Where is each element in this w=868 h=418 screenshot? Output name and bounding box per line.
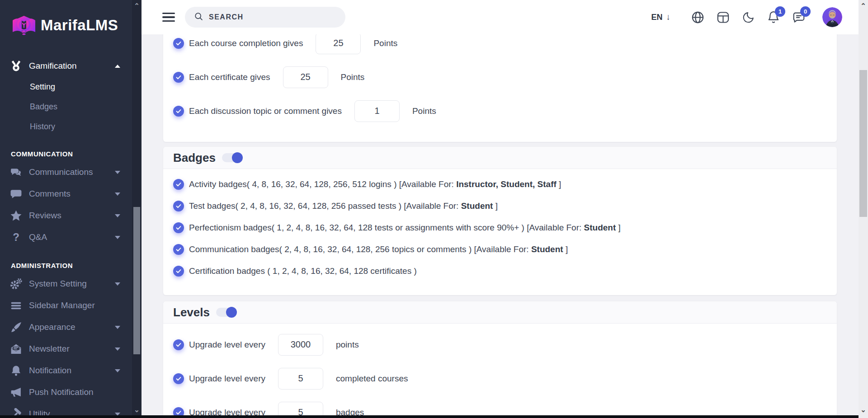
- sidebar-subitem-history[interactable]: History: [0, 117, 132, 136]
- sidebar-item-reviews[interactable]: Reviews: [0, 205, 132, 226]
- chevron-up-icon: [115, 65, 120, 68]
- sidebar-section-communication: COMMUNICATION: [0, 150, 132, 158]
- badge-row: Perfectionism badges( 1, 2, 4, 8, 16, 32…: [163, 217, 837, 239]
- gears-icon: [10, 278, 22, 290]
- sidebar-item-label: System Setting: [29, 279, 87, 289]
- search-input[interactable]: [209, 13, 336, 21]
- badges-toggle[interactable]: [222, 153, 242, 162]
- badges-title: Badges: [173, 151, 216, 165]
- sidebar: MarifaLMS Gamification Setting Badges Hi…: [0, 0, 132, 418]
- checkbox-checked-icon[interactable]: [173, 373, 184, 384]
- sidebar-item-comments[interactable]: Comments: [0, 183, 132, 205]
- brand-logo[interactable]: MarifaLMS: [0, 0, 132, 51]
- points-unit: Points: [341, 72, 365, 82]
- checkbox-checked-icon[interactable]: [173, 179, 184, 190]
- sidebar-item-gamification[interactable]: Gamification: [0, 55, 132, 77]
- sidebar-item-sidebar-manager[interactable]: Sidebar Manager: [0, 295, 132, 316]
- badges-card: Badges Activity badges( 4, 8, 16, 32, 64…: [163, 147, 837, 295]
- sidebar-subitem-badges[interactable]: Badges: [0, 97, 132, 117]
- main-content: Each course completion gives Points Each…: [142, 34, 859, 418]
- badge-row: Certification badges ( 1, 2, 4, 8, 16, 3…: [163, 260, 837, 282]
- checkbox-checked-icon[interactable]: [173, 266, 184, 277]
- sidebar-item-communications[interactable]: Communications: [0, 161, 132, 183]
- layout-icon: [716, 10, 730, 24]
- menu-icon[interactable]: [162, 10, 175, 24]
- badges-card-header: Badges: [163, 147, 837, 169]
- messages-button[interactable]: 0: [792, 10, 806, 24]
- level-unit: completed courses: [336, 374, 408, 384]
- main-scrollbar[interactable]: ⌃ ⌄: [859, 0, 868, 418]
- toggle-knob: [232, 152, 243, 163]
- sidebar-subitem-label: History: [30, 122, 55, 132]
- chevron-down-icon: [115, 236, 120, 239]
- scroll-up-icon[interactable]: ⌃: [859, 1, 868, 10]
- app-window: MarifaLMS Gamification Setting Badges Hi…: [0, 0, 868, 418]
- brand-logo-icon: [12, 12, 36, 39]
- checkbox-checked-icon[interactable]: [173, 38, 184, 49]
- level-value-input[interactable]: [278, 368, 323, 390]
- sidebar-section-administration: ADMINISTRATION: [0, 262, 132, 269]
- sidebar-item-notification[interactable]: Notification: [0, 360, 132, 381]
- points-row: Each certificate gives Points: [163, 60, 837, 94]
- layout-button[interactable]: [716, 10, 730, 24]
- globe-icon: [691, 10, 705, 24]
- levels-toggle[interactable]: [216, 308, 236, 317]
- language-label: EN: [651, 13, 662, 22]
- notifications-button[interactable]: 1: [766, 10, 781, 24]
- topbar: EN ↓: [142, 0, 859, 34]
- window-bottom-edge: [0, 415, 859, 418]
- bell-icon: [10, 365, 22, 377]
- avatar[interactable]: [822, 7, 842, 27]
- main-scrollbar-thumb[interactable]: [859, 70, 867, 217]
- level-value-input[interactable]: [278, 334, 323, 356]
- points-row-label: Each discussion topic or comment gives: [189, 106, 342, 116]
- level-row-label: Upgrade level every: [189, 374, 265, 384]
- globe-button[interactable]: [690, 10, 705, 24]
- chevron-down-icon: [115, 326, 120, 329]
- sidebar-item-label: Push Notification: [29, 387, 94, 397]
- chat-double-icon: [10, 166, 22, 178]
- checkbox-checked-icon[interactable]: [173, 339, 184, 350]
- levels-card-header: Levels: [163, 301, 837, 324]
- search-bar[interactable]: [185, 7, 345, 28]
- sidebar-item-appearance[interactable]: Appearance: [0, 316, 132, 338]
- sidebar-item-newsletter[interactable]: Newsletter: [0, 338, 132, 360]
- scroll-up-icon[interactable]: ⌃: [132, 1, 142, 10]
- badge-row: Activity badges( 4, 8, 16, 32, 64, 128, …: [163, 174, 837, 195]
- checkbox-checked-icon[interactable]: [173, 201, 184, 211]
- checkbox-checked-icon[interactable]: [173, 106, 184, 117]
- sidebar-item-qa[interactable]: ? Q&A: [0, 226, 132, 248]
- bars-icon: [10, 300, 22, 312]
- points-value-input[interactable]: [283, 66, 328, 88]
- checkbox-checked-icon[interactable]: [173, 72, 184, 83]
- dark-mode-button[interactable]: [741, 10, 755, 24]
- checkbox-checked-icon[interactable]: [173, 222, 184, 233]
- sidebar-scrollbar[interactable]: ⌃ ⌄: [132, 0, 142, 418]
- points-row: Each discussion topic or comment gives P…: [163, 94, 837, 128]
- points-unit: Points: [412, 106, 436, 116]
- checkbox-checked-icon[interactable]: [173, 244, 184, 255]
- scroll-down-icon[interactable]: ⌄: [132, 405, 142, 414]
- points-row: Each course completion gives Points: [163, 34, 837, 60]
- sidebar-item-label: Q&A: [29, 232, 47, 242]
- chevron-down-icon: [115, 214, 120, 217]
- sidebar-item-label: Comments: [29, 189, 71, 199]
- levels-card: Levels Upgrade level every points Upgra: [163, 301, 837, 418]
- language-selector[interactable]: EN ↓: [651, 12, 670, 22]
- sidebar-item-system-setting[interactable]: System Setting: [0, 273, 132, 295]
- points-value-input[interactable]: [354, 100, 400, 122]
- sidebar-item-push-notification[interactable]: Push Notification: [0, 381, 132, 403]
- paintbrush-icon: [10, 321, 22, 333]
- points-unit: Points: [373, 38, 397, 48]
- star-icon: [10, 210, 22, 222]
- megaphone-icon: [10, 386, 22, 399]
- scroll-down-icon[interactable]: ⌄: [859, 405, 868, 414]
- level-row-label: Upgrade level every: [189, 340, 265, 350]
- notification-count-badge: 1: [775, 6, 785, 17]
- sidebar-subitem-setting[interactable]: Setting: [0, 77, 132, 97]
- arrow-down-icon: ↓: [666, 12, 671, 22]
- level-unit: points: [336, 340, 359, 350]
- sidebar-scrollbar-thumb[interactable]: [133, 207, 140, 354]
- toggle-knob: [226, 307, 237, 318]
- points-value-input[interactable]: [316, 34, 361, 54]
